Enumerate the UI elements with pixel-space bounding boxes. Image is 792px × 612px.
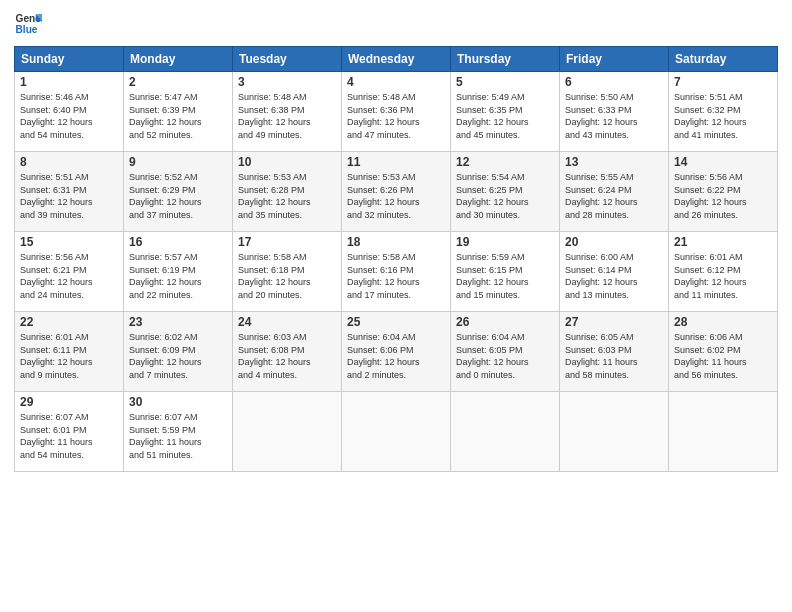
day-info: Sunrise: 6:04 AM Sunset: 6:05 PM Dayligh…	[456, 331, 554, 381]
day-number: 30	[129, 395, 227, 409]
calendar-body: 1Sunrise: 5:46 AM Sunset: 6:40 PM Daylig…	[15, 72, 778, 472]
day-info: Sunrise: 5:57 AM Sunset: 6:19 PM Dayligh…	[129, 251, 227, 301]
day-info: Sunrise: 6:01 AM Sunset: 6:11 PM Dayligh…	[20, 331, 118, 381]
day-cell: 26Sunrise: 6:04 AM Sunset: 6:05 PM Dayli…	[451, 312, 560, 392]
day-info: Sunrise: 6:01 AM Sunset: 6:12 PM Dayligh…	[674, 251, 772, 301]
day-cell: 29Sunrise: 6:07 AM Sunset: 6:01 PM Dayli…	[15, 392, 124, 472]
logo: General Blue	[14, 10, 42, 38]
day-number: 2	[129, 75, 227, 89]
day-cell: 25Sunrise: 6:04 AM Sunset: 6:06 PM Dayli…	[342, 312, 451, 392]
day-cell: 12Sunrise: 5:54 AM Sunset: 6:25 PM Dayli…	[451, 152, 560, 232]
calendar-table: SundayMondayTuesdayWednesdayThursdayFrid…	[14, 46, 778, 472]
week-row-1: 1Sunrise: 5:46 AM Sunset: 6:40 PM Daylig…	[15, 72, 778, 152]
day-cell: 21Sunrise: 6:01 AM Sunset: 6:12 PM Dayli…	[669, 232, 778, 312]
week-row-5: 29Sunrise: 6:07 AM Sunset: 6:01 PM Dayli…	[15, 392, 778, 472]
day-info: Sunrise: 5:48 AM Sunset: 6:38 PM Dayligh…	[238, 91, 336, 141]
day-number: 25	[347, 315, 445, 329]
day-cell: 22Sunrise: 6:01 AM Sunset: 6:11 PM Dayli…	[15, 312, 124, 392]
day-info: Sunrise: 5:46 AM Sunset: 6:40 PM Dayligh…	[20, 91, 118, 141]
day-info: Sunrise: 5:49 AM Sunset: 6:35 PM Dayligh…	[456, 91, 554, 141]
day-number: 15	[20, 235, 118, 249]
day-cell: 28Sunrise: 6:06 AM Sunset: 6:02 PM Dayli…	[669, 312, 778, 392]
day-info: Sunrise: 6:07 AM Sunset: 6:01 PM Dayligh…	[20, 411, 118, 461]
weekday-saturday: Saturday	[669, 47, 778, 72]
weekday-header-row: SundayMondayTuesdayWednesdayThursdayFrid…	[15, 47, 778, 72]
day-cell: 23Sunrise: 6:02 AM Sunset: 6:09 PM Dayli…	[124, 312, 233, 392]
week-row-2: 8Sunrise: 5:51 AM Sunset: 6:31 PM Daylig…	[15, 152, 778, 232]
day-cell	[233, 392, 342, 472]
weekday-sunday: Sunday	[15, 47, 124, 72]
day-number: 21	[674, 235, 772, 249]
day-number: 17	[238, 235, 336, 249]
day-number: 20	[565, 235, 663, 249]
day-number: 28	[674, 315, 772, 329]
weekday-tuesday: Tuesday	[233, 47, 342, 72]
calendar-container: General Blue SundayMondayTuesdayWednesda…	[0, 0, 792, 612]
day-number: 29	[20, 395, 118, 409]
day-number: 12	[456, 155, 554, 169]
day-number: 16	[129, 235, 227, 249]
day-cell: 27Sunrise: 6:05 AM Sunset: 6:03 PM Dayli…	[560, 312, 669, 392]
day-info: Sunrise: 5:53 AM Sunset: 6:26 PM Dayligh…	[347, 171, 445, 221]
day-info: Sunrise: 5:59 AM Sunset: 6:15 PM Dayligh…	[456, 251, 554, 301]
day-cell: 2Sunrise: 5:47 AM Sunset: 6:39 PM Daylig…	[124, 72, 233, 152]
day-cell: 1Sunrise: 5:46 AM Sunset: 6:40 PM Daylig…	[15, 72, 124, 152]
weekday-friday: Friday	[560, 47, 669, 72]
day-cell: 3Sunrise: 5:48 AM Sunset: 6:38 PM Daylig…	[233, 72, 342, 152]
day-number: 14	[674, 155, 772, 169]
day-info: Sunrise: 5:51 AM Sunset: 6:31 PM Dayligh…	[20, 171, 118, 221]
day-number: 5	[456, 75, 554, 89]
day-info: Sunrise: 5:54 AM Sunset: 6:25 PM Dayligh…	[456, 171, 554, 221]
weekday-thursday: Thursday	[451, 47, 560, 72]
day-number: 19	[456, 235, 554, 249]
day-info: Sunrise: 5:52 AM Sunset: 6:29 PM Dayligh…	[129, 171, 227, 221]
day-cell: 20Sunrise: 6:00 AM Sunset: 6:14 PM Dayli…	[560, 232, 669, 312]
day-cell: 13Sunrise: 5:55 AM Sunset: 6:24 PM Dayli…	[560, 152, 669, 232]
day-cell: 19Sunrise: 5:59 AM Sunset: 6:15 PM Dayli…	[451, 232, 560, 312]
day-cell	[451, 392, 560, 472]
day-info: Sunrise: 5:55 AM Sunset: 6:24 PM Dayligh…	[565, 171, 663, 221]
day-cell: 16Sunrise: 5:57 AM Sunset: 6:19 PM Dayli…	[124, 232, 233, 312]
day-number: 10	[238, 155, 336, 169]
day-cell: 11Sunrise: 5:53 AM Sunset: 6:26 PM Dayli…	[342, 152, 451, 232]
day-info: Sunrise: 6:06 AM Sunset: 6:02 PM Dayligh…	[674, 331, 772, 381]
weekday-monday: Monday	[124, 47, 233, 72]
day-info: Sunrise: 5:50 AM Sunset: 6:33 PM Dayligh…	[565, 91, 663, 141]
day-cell: 15Sunrise: 5:56 AM Sunset: 6:21 PM Dayli…	[15, 232, 124, 312]
logo-icon: General Blue	[14, 10, 42, 38]
day-cell: 7Sunrise: 5:51 AM Sunset: 6:32 PM Daylig…	[669, 72, 778, 152]
day-info: Sunrise: 5:47 AM Sunset: 6:39 PM Dayligh…	[129, 91, 227, 141]
week-row-4: 22Sunrise: 6:01 AM Sunset: 6:11 PM Dayli…	[15, 312, 778, 392]
day-cell: 9Sunrise: 5:52 AM Sunset: 6:29 PM Daylig…	[124, 152, 233, 232]
day-cell	[560, 392, 669, 472]
day-number: 11	[347, 155, 445, 169]
day-cell	[342, 392, 451, 472]
day-number: 6	[565, 75, 663, 89]
day-cell: 14Sunrise: 5:56 AM Sunset: 6:22 PM Dayli…	[669, 152, 778, 232]
svg-text:Blue: Blue	[16, 24, 38, 35]
day-info: Sunrise: 6:05 AM Sunset: 6:03 PM Dayligh…	[565, 331, 663, 381]
day-number: 9	[129, 155, 227, 169]
day-cell: 18Sunrise: 5:58 AM Sunset: 6:16 PM Dayli…	[342, 232, 451, 312]
day-info: Sunrise: 6:04 AM Sunset: 6:06 PM Dayligh…	[347, 331, 445, 381]
day-info: Sunrise: 6:03 AM Sunset: 6:08 PM Dayligh…	[238, 331, 336, 381]
day-cell	[669, 392, 778, 472]
day-number: 18	[347, 235, 445, 249]
day-number: 23	[129, 315, 227, 329]
day-number: 27	[565, 315, 663, 329]
day-cell: 10Sunrise: 5:53 AM Sunset: 6:28 PM Dayli…	[233, 152, 342, 232]
day-cell: 4Sunrise: 5:48 AM Sunset: 6:36 PM Daylig…	[342, 72, 451, 152]
day-cell: 17Sunrise: 5:58 AM Sunset: 6:18 PM Dayli…	[233, 232, 342, 312]
day-info: Sunrise: 6:02 AM Sunset: 6:09 PM Dayligh…	[129, 331, 227, 381]
day-number: 26	[456, 315, 554, 329]
day-cell: 8Sunrise: 5:51 AM Sunset: 6:31 PM Daylig…	[15, 152, 124, 232]
day-info: Sunrise: 5:56 AM Sunset: 6:21 PM Dayligh…	[20, 251, 118, 301]
day-number: 8	[20, 155, 118, 169]
day-number: 7	[674, 75, 772, 89]
day-cell: 6Sunrise: 5:50 AM Sunset: 6:33 PM Daylig…	[560, 72, 669, 152]
day-cell: 30Sunrise: 6:07 AM Sunset: 5:59 PM Dayli…	[124, 392, 233, 472]
week-row-3: 15Sunrise: 5:56 AM Sunset: 6:21 PM Dayli…	[15, 232, 778, 312]
day-info: Sunrise: 5:56 AM Sunset: 6:22 PM Dayligh…	[674, 171, 772, 221]
day-number: 1	[20, 75, 118, 89]
day-info: Sunrise: 5:58 AM Sunset: 6:16 PM Dayligh…	[347, 251, 445, 301]
